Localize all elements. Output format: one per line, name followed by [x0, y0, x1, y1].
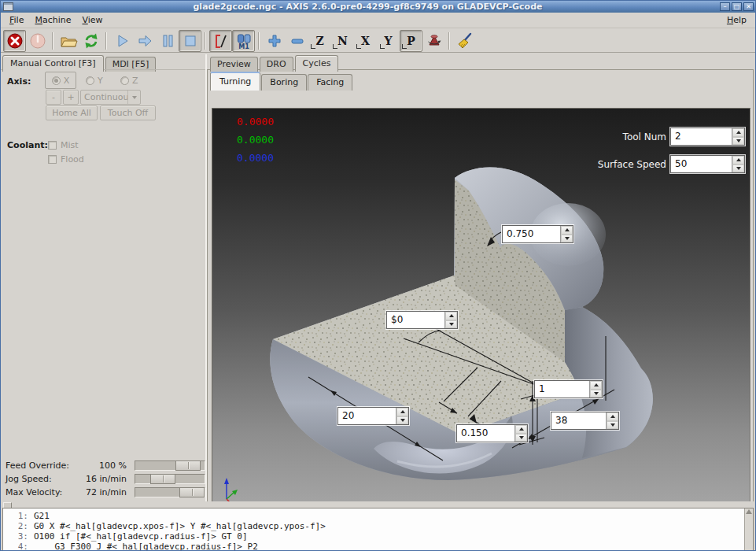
diameter-value[interactable]: 38: [551, 412, 606, 429]
spin-down-icon[interactable]: [732, 165, 744, 173]
view-x-icon: X: [361, 35, 370, 46]
spin-up-icon[interactable]: [561, 226, 573, 235]
spin-up-icon[interactable]: [590, 381, 602, 390]
toolbar-separator: [105, 32, 107, 50]
power-icon: [29, 32, 46, 50]
depth-value[interactable]: 1: [535, 381, 589, 398]
menu-help[interactable]: Help: [721, 13, 752, 27]
gcode-line[interactable]: 2: G0 X #<_hal[gladevcp.xpos-f]> Y #<_ha…: [6, 521, 742, 531]
view-y-icon: Y: [385, 35, 393, 46]
run-button[interactable]: [110, 30, 133, 52]
gcode-line[interactable]: 3: O100 if [#<_hal[gladevcp.radius-f]> G…: [6, 531, 742, 542]
spin-up-icon[interactable]: [607, 412, 618, 421]
minimize-button[interactable]: –: [720, 2, 730, 11]
open-file-button[interactable]: [57, 30, 79, 52]
gcode-line[interactable]: 4: G3 F300 J #<_hal[gladevcp.radius-f]> …: [6, 542, 742, 551]
spin-down-icon[interactable]: [590, 390, 602, 398]
spin-up-icon[interactable]: [732, 128, 744, 137]
spin-up-icon[interactable]: [396, 408, 408, 416]
clear-plot-button[interactable]: [453, 30, 476, 52]
radius-value[interactable]: 0.750: [503, 226, 560, 242]
tool-num-value[interactable]: 2: [671, 128, 732, 145]
surface-speed-spinbox[interactable]: 50: [670, 155, 745, 173]
tool-num-spinbox[interactable]: 2: [670, 128, 745, 146]
jog-speed-value: 16 in/min: [86, 474, 127, 484]
spin-down-icon[interactable]: [445, 320, 457, 329]
menu-file[interactable]: File: [4, 13, 29, 27]
run-icon: [113, 32, 131, 50]
menu-view[interactable]: View: [76, 13, 108, 27]
radius-spinbox[interactable]: 0.750: [502, 225, 573, 243]
diameter-spinbox[interactable]: 38: [551, 412, 619, 430]
tab-facing[interactable]: Facing: [308, 74, 352, 91]
view-z-rotated-icon: N: [337, 35, 348, 46]
axis-window: glade2gcode.ngc - AXIS 2.6.0-pre0-4299-g…: [0, 0, 756, 551]
spin-up-icon[interactable]: [515, 425, 527, 434]
reload-button[interactable]: [79, 30, 102, 52]
reload-icon: [82, 31, 101, 50]
toolbar-separator: [258, 32, 260, 50]
feed-override-slider[interactable]: [135, 460, 205, 471]
close-button[interactable]: ✕: [743, 2, 754, 11]
pane-sash[interactable]: [1, 501, 755, 508]
gcode-scrollbar[interactable]: [744, 508, 753, 551]
side-view-y-button[interactable]: Y: [377, 30, 400, 52]
spin-up-icon[interactable]: [732, 156, 744, 165]
step-spinbox[interactable]: 0.150: [456, 424, 528, 442]
estop-button[interactable]: [3, 30, 26, 52]
zoom-out-button[interactable]: [286, 30, 308, 52]
rotate-view-button[interactable]: [422, 30, 445, 52]
menu-machine[interactable]: Machine: [29, 13, 76, 27]
spin-down-icon[interactable]: [607, 421, 618, 430]
step-value[interactable]: 0.150: [457, 425, 514, 442]
length-spinbox[interactable]: 20: [337, 407, 409, 425]
tab-preview[interactable]: Preview: [210, 57, 258, 72]
slider-handle[interactable]: [175, 460, 201, 471]
angle-value[interactable]: $0: [387, 312, 444, 328]
top-view-z-button[interactable]: Z: [308, 30, 331, 52]
step-arrow-icon: [136, 32, 153, 50]
toolbar: M1 Z N X Y P: [1, 29, 755, 53]
jog-speed-slider[interactable]: [135, 474, 205, 484]
tab-boring[interactable]: Boring: [261, 74, 307, 91]
slider-handle[interactable]: [150, 474, 175, 484]
angle-spinbox[interactable]: $0: [386, 311, 458, 329]
main-notebook: Preview DRO Cycles Turning Boring Facing: [207, 54, 754, 505]
depth-spinbox[interactable]: 1: [534, 380, 603, 398]
preview-canvas[interactable]: 0.0000 0.0000 0.0000 Tool Num 2 Surface …: [212, 108, 750, 514]
checkbox-icon: [48, 155, 57, 164]
zoom-in-button[interactable]: [263, 30, 286, 52]
maximize-button[interactable]: □: [732, 2, 742, 11]
menubar: File Machine View Help: [1, 13, 755, 28]
machine-power-button[interactable]: [26, 30, 49, 52]
step-button[interactable]: [133, 30, 156, 52]
spin-down-icon[interactable]: [561, 235, 573, 243]
pause-button[interactable]: [156, 30, 179, 52]
max-velocity-slider[interactable]: [135, 487, 205, 497]
surface-speed-value[interactable]: 50: [671, 156, 732, 172]
rotated-top-view-button[interactable]: N: [331, 30, 354, 52]
open-folder-icon: [59, 31, 78, 50]
tab-dro[interactable]: DRO: [260, 57, 293, 72]
tab-cycles[interactable]: Cycles: [295, 55, 339, 72]
front-view-x-button[interactable]: X: [354, 30, 377, 52]
gcode-listing[interactable]: 1: G21 2: G0 X #<_hal[gladevcp.xpos-f]> …: [2, 508, 754, 551]
spin-down-icon[interactable]: [396, 416, 408, 425]
gcode-line[interactable]: 1: G21: [6, 511, 742, 521]
optional-stop-button[interactable]: M1: [232, 30, 255, 52]
mist-checkbox: Mist: [48, 140, 79, 150]
length-value[interactable]: 20: [338, 408, 396, 424]
spin-down-icon[interactable]: [515, 434, 527, 442]
tab-manual-control[interactable]: Manual Control [F3]: [2, 55, 104, 72]
stop-button[interactable]: [179, 30, 201, 52]
perspective-view-button[interactable]: P: [400, 30, 422, 52]
gcode-line-number: 2:: [6, 521, 28, 531]
spin-down-icon[interactable]: [732, 137, 744, 146]
max-velocity-value: 72 in/min: [86, 487, 127, 497]
scroll-up-icon[interactable]: [746, 509, 752, 514]
tab-turning[interactable]: Turning: [210, 72, 260, 91]
cycles-page: Turning Boring Facing: [207, 69, 754, 505]
skip-lines-button[interactable]: [209, 30, 232, 52]
spin-up-icon[interactable]: [445, 312, 457, 320]
slider-handle[interactable]: [179, 487, 205, 497]
